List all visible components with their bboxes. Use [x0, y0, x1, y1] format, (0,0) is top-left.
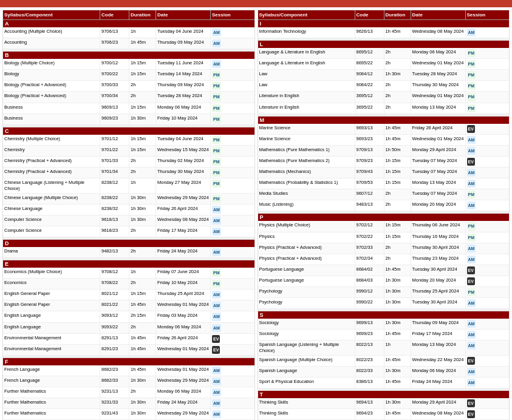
date-cell: Thursday 09 May 2024: [156, 81, 211, 91]
date-cell: Wednesday 08 May 2024: [411, 409, 466, 419]
session-badge: PM: [212, 158, 221, 166]
session-cell: AM: [211, 311, 235, 322]
syllabus-cell: Further Mathematics: [3, 398, 100, 408]
session-badge: PM: [467, 234, 476, 242]
code-cell: 8291/13: [100, 334, 129, 344]
table-row: Portuguese Language8684/031h 30mMonday 2…: [258, 276, 510, 287]
session-cell: AM: [466, 146, 490, 156]
code-cell: 9626/13: [355, 27, 384, 38]
duration-cell: 1h 45m: [384, 124, 411, 134]
table-row: Law9084/121h 30mTuesday 28 May 2024PM: [258, 70, 510, 81]
session-badge: AM: [467, 136, 476, 144]
session-badge: PM: [212, 169, 221, 177]
date-cell: Wednesday 08 May 2024: [156, 215, 211, 226]
code-cell: 9700/33: [100, 81, 129, 91]
session-badge: EV: [212, 346, 220, 354]
date-cell: Tuesday 07 May 2024: [411, 157, 466, 167]
code-cell: 9231/13: [100, 387, 129, 398]
syllabus-cell: Law: [258, 70, 355, 80]
syllabus-cell: Psychology: [258, 287, 355, 297]
code-cell: 9702/34: [355, 254, 384, 265]
section-letter: D: [3, 240, 254, 247]
date-cell: Wednesday 15 May 2024: [156, 146, 211, 156]
table-row: French Language8682/331h 30mWednesday 29…: [3, 376, 254, 387]
code-cell: 9709/43: [355, 168, 384, 178]
session-cell: AM: [466, 200, 490, 211]
session-badge: AM: [467, 29, 476, 36]
syllabus-cell: Sociology: [258, 330, 355, 340]
code-cell: 8022/13: [355, 340, 384, 355]
duration-cell: 1h 50m: [384, 146, 411, 156]
code-cell: 9694/13: [355, 398, 384, 408]
date-cell: Thursday 02 May 2024: [156, 157, 211, 167]
code-cell: 9093/12: [100, 311, 129, 322]
session-cell: AM: [466, 378, 490, 388]
table-row: Mathematics (Probability & Statistics 1)…: [258, 178, 510, 189]
session-cell: PM: [211, 114, 235, 124]
table-row: Spanish Language (Listening + Multiple C…: [258, 340, 510, 356]
code-cell: 9708/22: [100, 279, 129, 289]
code-cell: 8021/22: [100, 300, 129, 311]
session-badge: AM: [212, 206, 221, 214]
session-cell: PM: [466, 48, 490, 58]
code-cell: 9618/13: [100, 215, 129, 226]
code-cell: 8386/13: [355, 378, 384, 388]
date-cell: Friday 26 April 2024: [156, 334, 211, 344]
section-letter: C: [3, 127, 254, 135]
session-cell: PM: [466, 70, 490, 80]
date-cell: Thursday 23 May 2024: [411, 254, 466, 265]
code-cell: 9693/23: [355, 135, 384, 145]
date-cell: Monday 13 May 2024: [411, 103, 466, 113]
code-cell: 9084/12: [355, 70, 384, 80]
table-row: Spanish Language (Multiple Choice)8022/2…: [258, 356, 510, 367]
syllabus-cell: English General Paper: [3, 290, 100, 300]
date-cell: Monday 06 May 2024: [156, 103, 211, 113]
table-row: Economics (Multiple Choice)9708/121hFrid…: [3, 268, 254, 279]
table-row: Chinese Language (Multiple Choice)8238/2…: [3, 194, 254, 205]
session-cell: PM: [211, 157, 235, 167]
syllabus-cell: Biology (Multiple Choice): [3, 59, 100, 69]
syllabus-cell: Literature in English: [258, 92, 355, 102]
syllabus-cell: Physics (Practical + Advanced): [258, 243, 355, 254]
duration-cell: 1h 15m: [129, 290, 156, 300]
session-cell: PM: [211, 92, 235, 102]
col-duration-left: Duration: [129, 10, 156, 19]
duration-cell: 1h 30m: [384, 276, 411, 286]
syllabus-cell: Chemistry (Practical + Advanced): [3, 168, 100, 178]
duration-cell: 2h: [129, 168, 156, 178]
date-cell: Thursday 16 May 2024: [411, 232, 466, 243]
session-cell: AM: [466, 135, 490, 145]
syllabus-cell: Chemistry (Practical + Advanced): [3, 157, 100, 167]
date-cell: Monday 20 May 2024: [411, 200, 466, 211]
table-row: Chemistry (Practical + Advanced)9701/332…: [3, 157, 254, 168]
session-cell: PM: [466, 221, 490, 231]
date-cell: Tuesday 14 May 2024: [156, 70, 211, 80]
table-row: Further Mathematics9231/132hMonday 06 Ma…: [3, 387, 254, 398]
session-badge: AM: [467, 320, 476, 328]
table-row: Further Mathematics9231/431h 30mWednesda…: [3, 409, 254, 420]
session-cell: EV: [466, 398, 490, 408]
table-row: Further Mathematics9231/331h 30mFriday 2…: [3, 398, 254, 409]
table-row: Economics9708/222hFriday 10 May 2024PM: [3, 279, 254, 290]
date-cell: Wednesday 01 May 2024: [411, 92, 466, 102]
date-cell: Wednesday 08 May 2024: [411, 27, 466, 38]
syllabus-cell: Mathematics (Mechanics): [258, 168, 355, 178]
date-cell: Wednesday 29 May 2024: [156, 376, 211, 387]
syllabus-cell: Chinese Language (Multiple Choice): [3, 194, 100, 204]
session-badge: AM: [467, 169, 476, 177]
session-cell: PM: [466, 189, 490, 200]
session-badge: AM: [212, 399, 221, 407]
syllabus-cell: English General Paper: [3, 300, 100, 311]
session-cell: PM: [211, 194, 235, 204]
duration-cell: 1h 45m: [129, 334, 156, 344]
session-badge: AM: [212, 410, 221, 418]
right-table-body: IInformation Technology9626/131h 45mWedn…: [258, 20, 510, 420]
col-session-right: Session: [466, 10, 490, 19]
duration-cell: 1h 45m: [129, 38, 156, 49]
duration-cell: 1h 30m: [129, 194, 156, 204]
session-cell: AM: [211, 247, 235, 257]
session-cell: AM: [211, 300, 235, 311]
session-cell: AM: [466, 254, 490, 265]
session-cell: PM: [211, 146, 235, 156]
duration-cell: 1h 15m: [384, 168, 411, 178]
